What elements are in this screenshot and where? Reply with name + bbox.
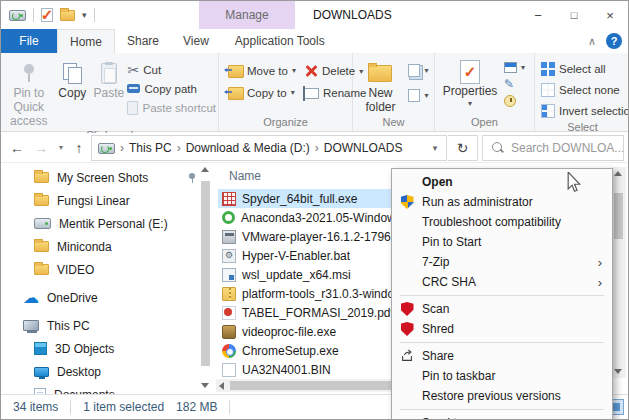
dropdown-icon: ▾ [292, 66, 296, 75]
minimize-button[interactable]: − [520, 1, 556, 29]
file-row-vmware[interactable]: VMware-player-16.1.2-17966 [218, 227, 394, 246]
sidebar-item-documents[interactable]: Documents [1, 383, 213, 394]
search-input[interactable] [511, 141, 623, 155]
scrollbar-thumb[interactable] [201, 181, 210, 366]
monitor-icon [34, 367, 49, 377]
tab-file[interactable]: File [1, 29, 57, 53]
scissors-icon: ✂ [127, 63, 139, 77]
scroll-down-icon[interactable] [201, 383, 209, 388]
new-folder-button[interactable]: New folder [358, 56, 402, 115]
file-list-vertical-scrollbar[interactable] [611, 167, 626, 378]
address-dropdown-icon[interactable]: ▾ [426, 143, 444, 153]
menu-item-shred[interactable]: Shred [392, 319, 612, 339]
sidebar-scrollbar[interactable] [199, 165, 212, 390]
sidebar-item-desktop[interactable]: Desktop [1, 360, 213, 383]
invert-selection-button[interactable]: Invert selection [541, 101, 629, 120]
tab-home[interactable]: Home [57, 29, 115, 53]
selection-size: 182 MB [176, 400, 217, 414]
select-none-button[interactable]: Select none [541, 80, 629, 99]
menu-item-send-to[interactable]: Send to › [392, 413, 612, 420]
easy-access-button[interactable]: ▾ [408, 86, 428, 105]
properties-qat-icon[interactable] [41, 8, 53, 22]
file-row-platform-tools[interactable]: platform-tools_r31.0.3-windo [218, 284, 394, 303]
column-header-name[interactable]: Name [229, 169, 261, 183]
collapse-ribbon-icon[interactable]: ∧ [588, 35, 596, 48]
batch-file-icon [222, 249, 236, 263]
mouse-cursor [567, 172, 581, 193]
address-bar[interactable]: › This PC › Download & Media (D:) › DOWN… [91, 135, 447, 161]
quick-access-toolbar: ▾ [1, 8, 95, 22]
paste-button[interactable]: Paste [90, 56, 127, 128]
file-row-anaconda[interactable]: Anaconda3-2021.05-Window [218, 208, 394, 227]
file-row-spyder[interactable]: Spyder_64bit_full.exe [218, 189, 394, 208]
menu-item-troubleshoot-compatibility[interactable]: Troubleshoot compatibility [392, 212, 612, 232]
submenu-arrow-icon: › [598, 416, 602, 420]
menu-item-pin-to-taskbar[interactable]: Pin to taskbar [392, 366, 612, 386]
dropdown-icon: ▾ [521, 63, 525, 72]
up-button[interactable]: ↑ [67, 136, 91, 160]
items-count: 34 items [13, 400, 58, 414]
sidebar-item-this-pc[interactable]: This PC [1, 314, 213, 337]
sidebar-item-onedrive[interactable]: ☁ OneDrive [1, 286, 213, 309]
search-box[interactable] [482, 135, 624, 161]
back-button[interactable]: ← [5, 136, 29, 160]
scroll-down-icon[interactable] [614, 369, 622, 374]
tab-view[interactable]: View [171, 29, 221, 53]
computer-icon [23, 320, 39, 331]
new-item-button[interactable]: ▾ [408, 61, 428, 80]
menu-item-scan[interactable]: Scan [392, 299, 612, 319]
menu-item-run-as-administrator[interactable]: Run as administrator [392, 192, 612, 212]
file-row-wsl-update[interactable]: wsl_update_x64.msi [218, 265, 394, 284]
menu-item-pin-to-start[interactable]: Pin to Start [392, 232, 612, 252]
scroll-left-icon[interactable] [219, 382, 224, 390]
breadcrumb-downloads[interactable]: DOWNLOADS [324, 141, 403, 155]
menu-item-restore-previous-versions[interactable]: Restore previous versions [392, 386, 612, 406]
ribbon-group-open: Properties ▾ ▾ ✎ Open [435, 53, 535, 131]
help-icon[interactable]: ? [606, 33, 622, 49]
history-button[interactable] [504, 94, 525, 108]
close-button[interactable]: × [592, 1, 628, 29]
breadcrumb-this-pc[interactable]: This PC [129, 141, 172, 155]
sidebar-item-fungsi-linear[interactable]: Fungsi Linear [1, 189, 213, 212]
select-all-button[interactable]: Select all [541, 59, 629, 78]
file-row-ua32n4001[interactable]: UA32N4001.BIN [218, 360, 394, 379]
refresh-button[interactable]: ↻ [448, 135, 478, 161]
file-row-tabel-formasi[interactable]: TABEL_FORMASI_2019.pdf [218, 303, 394, 322]
tab-application-tools[interactable]: Application Tools [223, 29, 337, 53]
divider [33, 8, 34, 22]
open-button[interactable]: ▾ [504, 60, 525, 74]
menu-item-7zip[interactable]: 7-Zip › [392, 252, 612, 272]
edit-button[interactable]: ✎ [504, 77, 525, 91]
sidebar-item-my-screen-shots[interactable]: My Screen Shots [1, 166, 213, 189]
tab-share[interactable]: Share [115, 29, 171, 53]
copy-to-button[interactable]: Copy to ▾ [225, 86, 296, 99]
copy-path-button[interactable]: Copy path [127, 79, 216, 98]
file-row-hyperv-enabler[interactable]: Hyper-V-Enabler.bat [218, 246, 394, 265]
pin-to-quick-access-button[interactable]: Pin to Quick access [3, 56, 55, 128]
divider [70, 400, 71, 414]
forward-button[interactable]: → [29, 136, 53, 160]
scroll-up-icon[interactable] [201, 167, 209, 172]
cut-button[interactable]: ✂ Cut [127, 60, 216, 79]
maximize-button[interactable]: □ [556, 1, 592, 29]
share-icon [400, 349, 414, 363]
paste-shortcut-button[interactable]: Paste shortcut [127, 98, 216, 117]
customize-qat-dropdown-icon[interactable]: ▾ [82, 10, 87, 20]
move-to-button[interactable]: Move to ▾ [225, 64, 296, 77]
menu-item-share[interactable]: Share [392, 346, 612, 366]
breadcrumb-drive[interactable]: Download & Media (D:) [186, 141, 310, 155]
menu-item-crc-sha[interactable]: CRC SHA › [392, 272, 612, 292]
file-row-videoproc[interactable]: videoproc-file.exe [218, 322, 394, 341]
file-row-chromesetup[interactable]: ChromeSetup.exe [218, 341, 394, 360]
manage-contextual-label[interactable]: Manage [199, 1, 295, 29]
sidebar-item-3d-objects[interactable]: 3D Objects [1, 337, 213, 360]
sidebar-item-miniconda[interactable]: Miniconda [1, 235, 213, 258]
sidebar-item-mentik-personal[interactable]: Mentik Personal (E:) [1, 212, 213, 235]
folder-qat-icon[interactable] [60, 10, 75, 21]
menu-separator [400, 342, 604, 343]
properties-button[interactable]: Properties ▾ [444, 56, 496, 115]
scroll-up-icon[interactable] [614, 171, 622, 176]
scrollbar-thumb[interactable] [614, 193, 623, 239]
copy-button[interactable]: Copy [55, 56, 91, 128]
sidebar-item-video[interactable]: VIDEO [1, 258, 213, 281]
